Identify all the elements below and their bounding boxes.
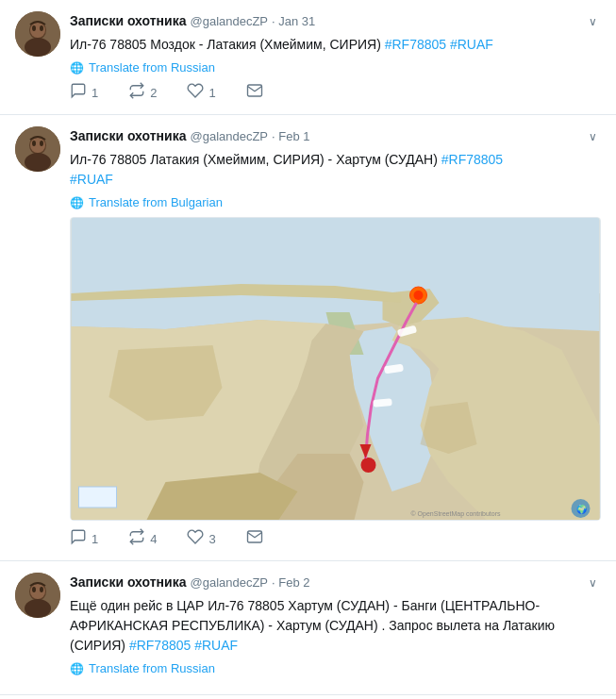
translate-link-2[interactable]: 🌐 Translate from Bulgarian — [70, 195, 601, 209]
like-button-1[interactable]: 1 — [187, 82, 215, 103]
svg-point-26 — [361, 458, 376, 473]
svg-point-9 — [30, 138, 45, 153]
translate-link-1[interactable]: 🌐 Translate from Russian — [70, 60, 601, 75]
retweet-count-2: 4 — [150, 532, 157, 546]
tweet-date-3: · Feb 2 — [272, 575, 309, 590]
svg-point-3 — [30, 23, 45, 38]
like-icon-1 — [187, 82, 204, 103]
svg-point-28 — [414, 291, 424, 300]
avatar-image-2 — [15, 126, 60, 172]
tweet-text-2: Ил-76 78805 Латакия (Хмеймим, СИРИЯ) - Х… — [70, 150, 601, 190]
tweet-content-2: Записки охотника @galandecZP · Feb 1 ∨ И… — [70, 126, 601, 549]
tweet-content-1: Записки охотника @galandecZP · Jan 31 ∨ … — [70, 11, 601, 103]
mail-button-2[interactable] — [246, 528, 263, 549]
tweet-handle-1: @galandecZP — [190, 14, 268, 28]
mail-icon-1 — [246, 82, 263, 103]
svg-rect-36 — [79, 487, 117, 508]
hashtag-2b[interactable]: #RUAF — [70, 172, 113, 187]
avatar-3 — [15, 573, 60, 618]
tweet-text-1: Ил-76 78805 Моздок - Латакия (Хмеймим, С… — [70, 35, 601, 55]
reply-icon-2 — [70, 528, 87, 549]
retweet-count-1: 2 — [150, 86, 157, 100]
tweet-date-2: · Feb 1 — [272, 129, 309, 143]
tweet-author-3: Записки охотника — [70, 574, 186, 590]
svg-point-41 — [32, 587, 36, 592]
svg-text:© OpenStreetMap contributors: © OpenStreetMap contributors — [411, 510, 502, 518]
mail-button-1[interactable] — [246, 82, 263, 103]
reply-button-2[interactable]: 1 — [70, 528, 98, 549]
svg-point-40 — [30, 584, 45, 599]
like-count-1: 1 — [208, 86, 215, 100]
tweet-map-2: © OpenStreetMap contributors 🌍 — [70, 217, 601, 521]
tweet-actions-1: 1 2 1 — [70, 82, 601, 103]
avatar-2 — [15, 126, 60, 172]
tweet-author-1: Записки охотника — [70, 13, 186, 28]
tweet-header-1: Записки охотника @galandecZP · Jan 31 ∨ — [70, 11, 601, 32]
like-button-2[interactable]: 3 — [187, 528, 215, 549]
hashtag-2[interactable]: #RF78805 — [441, 152, 503, 167]
reply-button-1[interactable]: 1 — [70, 82, 98, 103]
svg-point-2 — [25, 38, 51, 57]
chevron-down-icon-1[interactable]: ∨ — [585, 11, 601, 32]
tweet-header-3: Записки охотника @galandecZP · Feb 2 ∨ — [70, 573, 601, 593]
svg-point-8 — [25, 153, 51, 172]
tweet-content-3: Записки охотника @galandecZP · Feb 2 ∨ Е… — [70, 573, 601, 683]
tweet-text-3: Ещё один рейс в ЦАР Ил-76 78805 Хартум (… — [70, 596, 601, 656]
chevron-down-icon-3[interactable]: ∨ — [585, 573, 601, 593]
globe-icon-1: 🌐 — [70, 61, 84, 75]
tweet-2: Записки охотника @galandecZP · Feb 1 ∨ И… — [0, 115, 616, 561]
svg-point-42 — [40, 587, 43, 592]
svg-point-4 — [32, 25, 36, 31]
tweet-3: Записки охотника @galandecZP · Feb 2 ∨ Е… — [0, 561, 616, 695]
like-count-2: 3 — [208, 532, 215, 546]
reply-count-2: 1 — [92, 532, 98, 546]
avatar-image-3 — [15, 573, 60, 618]
avatar-image-1 — [15, 11, 60, 57]
svg-point-5 — [40, 25, 43, 31]
hashtag-1[interactable]: #RF78805 #RUAF — [385, 37, 493, 52]
avatar-1 — [15, 11, 60, 57]
tweet-actions-2: 1 4 3 — [70, 528, 601, 549]
tweet-date-1: · Jan 31 — [272, 14, 315, 28]
reply-icon-1 — [70, 82, 87, 103]
globe-icon-3: 🌐 — [70, 662, 84, 675]
like-icon-2 — [187, 528, 204, 549]
tweet-handle-2: @galandecZP — [190, 129, 268, 143]
hashtag-3[interactable]: #RF78805 #RUAF — [129, 638, 238, 653]
retweet-icon-1 — [128, 82, 145, 103]
reply-count-1: 1 — [92, 86, 98, 100]
tweet-handle-3: @galandecZP — [190, 575, 268, 590]
globe-icon-2: 🌐 — [70, 196, 84, 209]
svg-point-39 — [25, 599, 51, 618]
tweet-header-2: Записки охотника @galandecZP · Feb 1 ∨ — [70, 126, 601, 147]
svg-text:🌍: 🌍 — [576, 504, 588, 515]
svg-point-10 — [32, 141, 36, 146]
retweet-button-1[interactable]: 2 — [128, 82, 157, 103]
mail-icon-2 — [246, 528, 263, 549]
tweet-author-2: Записки охотника — [70, 128, 186, 143]
translate-link-3[interactable]: 🌐 Translate from Russian — [70, 661, 601, 675]
retweet-icon-2 — [128, 528, 145, 549]
retweet-button-2[interactable]: 4 — [128, 528, 157, 549]
chevron-down-icon-2[interactable]: ∨ — [585, 126, 601, 147]
tweet-1: Записки охотника @galandecZP · Jan 31 ∨ … — [0, 0, 616, 115]
svg-point-11 — [40, 141, 43, 146]
